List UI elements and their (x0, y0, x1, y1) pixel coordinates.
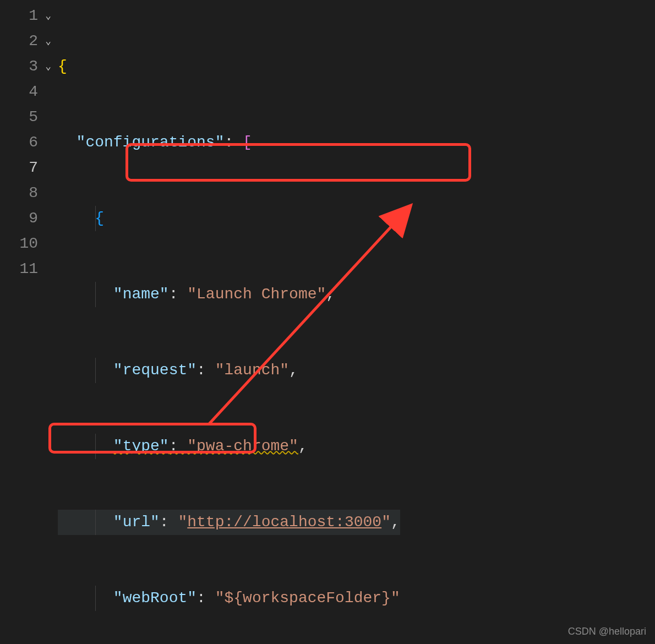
json-key: "name" (113, 286, 169, 303)
json-key: "request" (113, 362, 197, 379)
line-number: 11 (19, 256, 38, 282)
fold-icon[interactable]: ⌄ (41, 54, 51, 79)
line-number: 8 (29, 181, 38, 206)
fold-icon[interactable]: ⌄ (41, 29, 51, 54)
line-number: 10 (19, 231, 38, 256)
json-value: "${workspaceFolder}" (215, 590, 400, 607)
json-url-value[interactable]: http://localhost:3000 (187, 514, 381, 531)
json-key: "webRoot" (113, 590, 197, 607)
line-number: 9 (29, 206, 38, 231)
json-string-quote: " (381, 514, 391, 531)
json-string-quote: " (178, 514, 187, 531)
line-number-gutter: 1⌄ 2⌄ 3⌄ 4 5 6 7 8 9 10 11 (0, 3, 58, 644)
fold-icon[interactable]: ⌄ (41, 3, 51, 29)
code-content[interactable]: { "configurations": [ { "name": "Launch … (58, 3, 400, 644)
line-number: 7 (29, 155, 38, 181)
line-number: 2 (29, 29, 38, 54)
line-number: 4 (29, 79, 38, 105)
line-number: 3 (29, 54, 38, 79)
json-value: "launch" (215, 362, 289, 379)
watermark: CSDN @hellopari (568, 626, 646, 637)
code-editor[interactable]: 1⌄ 2⌄ 3⌄ 4 5 6 7 8 9 10 11 { "configurat… (0, 0, 655, 644)
json-value: "Launch Chrome" (187, 286, 326, 303)
line-number: 6 (29, 130, 38, 155)
line-number: 1 (29, 3, 38, 29)
line-number: 5 (29, 105, 38, 130)
json-key-warning: "type" (113, 438, 169, 455)
json-key: "configurations" (77, 134, 225, 151)
json-value-warning: "pwa-chrome" (187, 438, 298, 455)
json-key: "url" (113, 514, 160, 531)
